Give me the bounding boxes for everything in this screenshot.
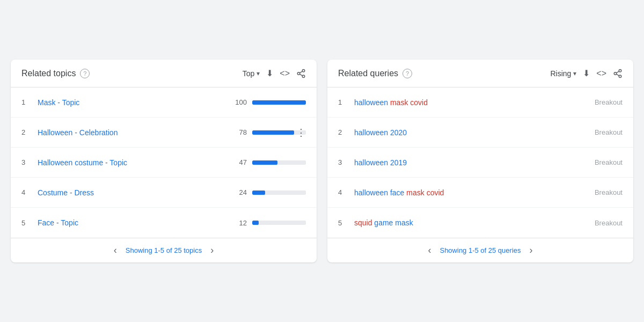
row-rank: 1 [338,98,349,106]
row-rank: 5 [338,219,349,227]
bar-fill [252,221,259,225]
queries-prev-button[interactable]: ‹ [428,245,431,256]
queries-filter-label: Rising [550,69,571,78]
row-breakout: Breakout [595,128,623,136]
related-topics-card: Related topics ? Top ▾ ⬇ <> [11,60,317,262]
row-bar [252,160,306,165]
row-label[interactable]: Mask - Topic [38,98,228,107]
queries-header-right: Rising ▾ ⬇ <> [550,68,623,78]
topics-filter-label: Top [243,69,255,78]
svg-line-8 [616,74,619,76]
more-options-icon[interactable]: ⋮ [296,127,306,138]
table-row: 2 Halloween - Celebration 78 ⋮ [11,118,317,148]
table-row: 2 halloween 2020 Breakout [327,118,633,148]
bar-fill [252,100,306,105]
table-row: 5 Face - Topic 12 [11,208,317,238]
row-rank: 5 [21,219,32,227]
topics-title: Related topics [21,69,76,78]
row-breakout: Breakout [595,98,623,106]
row-breakout: Breakout [595,188,623,196]
topics-filter-arrow: ▾ [257,70,260,77]
queries-title: Related queries [338,69,398,78]
svg-line-4 [299,71,302,72]
row-label[interactable]: halloween 2020 [354,128,595,137]
row-label[interactable]: Costume - Dress [38,188,228,197]
queries-share-icon[interactable] [613,69,623,78]
queries-code-icon[interactable]: <> [596,69,606,78]
svg-line-9 [616,71,619,72]
row-value: 100 [228,98,247,106]
row-rank: 3 [21,158,32,166]
bar-fill [252,160,277,165]
queries-body: 1 halloween mask covid Breakout 2 hallow… [327,87,633,238]
queries-footer: ‹ Showing 1-5 of 25 queries › [327,238,633,262]
queries-help-icon[interactable]: ? [402,69,412,78]
row-value: 12 [228,219,247,227]
row-value: 47 [228,158,247,166]
table-row: 5 squid game mask Breakout [327,208,633,238]
row-rank: 1 [21,98,32,106]
topics-body: 1 Mask - Topic 100 2 Halloween - Celebra… [11,87,317,238]
row-label[interactable]: squid game mask [354,218,595,227]
row-label[interactable]: Halloween - Celebration [38,128,228,137]
row-label[interactable]: halloween 2019 [354,158,595,167]
queries-pagination: Showing 1-5 of 25 queries [440,246,521,254]
topics-header: Related topics ? Top ▾ ⬇ <> [11,60,317,87]
table-row: 1 Mask - Topic 100 [11,87,317,118]
row-rank: 3 [338,158,349,166]
row-rank: 2 [21,128,32,136]
row-label[interactable]: halloween mask covid [354,98,595,107]
row-bar [252,221,306,225]
svg-point-0 [302,69,305,72]
topics-filter-dropdown[interactable]: Top ▾ [243,69,260,78]
row-rank: 4 [338,188,349,196]
topics-header-right: Top ▾ ⬇ <> [243,68,306,78]
svg-point-5 [619,69,621,72]
topics-help-icon[interactable]: ? [80,69,90,78]
table-row: 4 halloween face mask covid Breakout [327,178,633,208]
queries-header: Related queries ? Rising ▾ ⬇ <> [327,60,633,87]
queries-download-icon[interactable]: ⬇ [583,68,590,78]
topics-header-left: Related topics ? [21,69,90,78]
row-breakout: Breakout [595,219,623,227]
queries-filter-arrow: ▾ [573,70,576,77]
related-queries-card: Related queries ? Rising ▾ ⬇ <> [327,60,633,262]
row-bar [252,191,306,195]
queries-filter-dropdown[interactable]: Rising ▾ [550,69,576,78]
topics-prev-button[interactable]: ‹ [114,245,117,256]
row-label[interactable]: Halloween costume - Topic [38,158,228,167]
topics-footer: ‹ Showing 1-5 of 25 topics › [11,238,317,262]
bar-fill [252,191,265,195]
row-value: 78 [228,128,247,136]
topics-pagination: Showing 1-5 of 25 topics [126,246,202,254]
svg-point-6 [614,72,617,75]
row-bar [252,100,306,105]
row-rank: 2 [338,128,349,136]
svg-line-3 [299,74,302,76]
topics-download-icon[interactable]: ⬇ [266,68,273,78]
topics-code-icon[interactable]: <> [280,69,290,78]
queries-header-left: Related queries ? [338,69,412,78]
svg-point-2 [302,75,305,78]
table-row: 4 Costume - Dress 24 [11,178,317,208]
topics-next-button[interactable]: › [210,245,214,256]
bar-fill [252,130,294,135]
row-rank: 4 [21,188,32,196]
queries-next-button[interactable]: › [530,245,533,256]
svg-point-1 [297,72,300,75]
table-row: 3 halloween 2019 Breakout [327,148,633,178]
topics-share-icon[interactable] [296,69,306,78]
row-label[interactable]: halloween face mask covid [354,188,595,197]
table-row: 1 halloween mask covid Breakout [327,87,633,118]
row-label[interactable]: Face - Topic [38,218,228,227]
table-row: 3 Halloween costume - Topic 47 [11,148,317,178]
svg-point-7 [619,75,621,78]
row-breakout: Breakout [595,158,623,166]
row-value: 24 [228,188,247,196]
